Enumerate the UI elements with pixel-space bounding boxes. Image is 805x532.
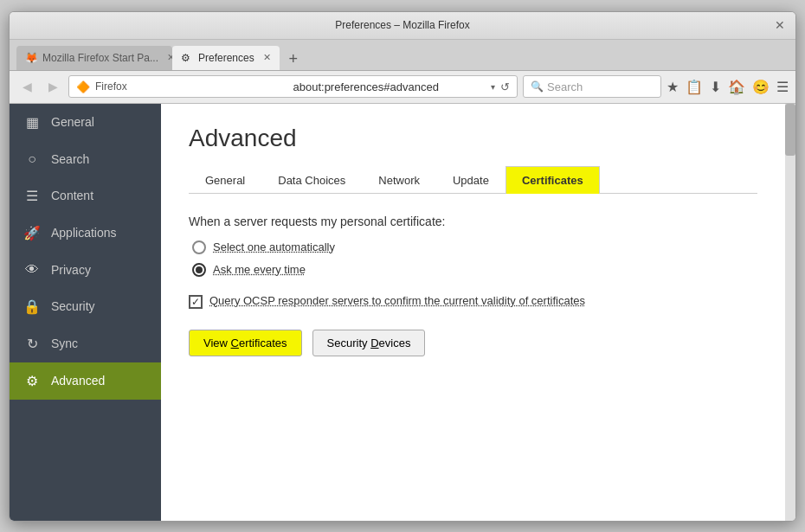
subtab-network[interactable]: Network <box>362 166 436 194</box>
sidebar-item-search[interactable]: ○ Search <box>10 141 161 177</box>
checkmark-icon: ✓ <box>191 297 200 307</box>
search-field[interactable]: 🔍 Search <box>523 75 661 98</box>
sidebar-item-sync-label: Sync <box>51 337 78 350</box>
sidebar-item-advanced-label: Advanced <box>51 374 105 388</box>
content-panel: Advanced General Data Choices Network Up… <box>161 104 785 521</box>
page-title: Advanced <box>189 125 757 152</box>
button-row: View Certificates Security Devices <box>189 330 757 356</box>
main-content: ▦ General ○ Search ☰ Content 🚀 Applicati… <box>10 104 795 521</box>
ocsp-label[interactable]: Query OCSP responder servers to confirm … <box>209 294 585 307</box>
menu-icon[interactable]: ☰ <box>776 79 789 95</box>
sidebar-item-general[interactable]: ▦ General <box>10 104 161 141</box>
privacy-icon: 👁 <box>23 262 41 278</box>
window-close-button[interactable]: ✕ <box>773 18 787 32</box>
title-bar: Preferences – Mozilla Firefox ✕ <box>10 12 795 40</box>
scrollbar-thumb[interactable] <box>785 104 795 156</box>
home-icon[interactable]: 🏠 <box>728 79 745 95</box>
tab-preferences[interactable]: ⚙ Preferences ✕ <box>172 46 280 70</box>
sidebar-item-content[interactable]: ☰ Content <box>10 177 161 215</box>
tab-startpage-label: Mozilla Firefox Start Pa... <box>42 52 158 64</box>
address-field[interactable]: 🔶 Firefox about:preferences#advanced ▾ ↺ <box>68 75 518 98</box>
sidebar-item-sync[interactable]: ↻ Sync <box>10 325 161 362</box>
radio-ask-circle[interactable] <box>192 263 206 277</box>
applications-icon: 🚀 <box>23 225 41 241</box>
sidebar-item-applications[interactable]: 🚀 Applications <box>10 215 161 252</box>
address-bar: ◀ ▶ 🔶 Firefox about:preferences#advanced… <box>10 71 795 104</box>
tab-preferences-close[interactable]: ✕ <box>263 52 271 63</box>
download-icon[interactable]: ⬇ <box>710 79 721 95</box>
subtab-general[interactable]: General <box>189 166 261 194</box>
gear-icon: ⚙ <box>181 52 193 64</box>
sidebar-item-applications-label: Applications <box>51 226 117 240</box>
security-devices-button[interactable]: Security Devices <box>312 330 426 356</box>
scrollbar[interactable] <box>785 104 795 521</box>
advanced-icon: ⚙ <box>23 373 41 389</box>
sidebar-item-privacy[interactable]: 👁 Privacy <box>10 252 161 288</box>
subtab-certificates[interactable]: Certificates <box>506 166 600 194</box>
sidebar-item-search-label: Search <box>51 152 89 166</box>
subtab-datachoices[interactable]: Data Choices <box>261 166 362 194</box>
sidebar: ▦ General ○ Search ☰ Content 🚀 Applicati… <box>10 104 161 521</box>
toolbar-icons: ★ 📋 ⬇ 🏠 😊 ☰ <box>667 79 789 95</box>
search-icon: 🔍 <box>531 80 544 93</box>
address-dropdown-icon[interactable]: ▾ <box>491 82 495 92</box>
search-nav-icon: ○ <box>23 151 41 167</box>
radio-select-auto[interactable]: Select one automatically <box>192 240 757 254</box>
content-icon: ☰ <box>23 188 41 204</box>
account-icon[interactable]: 😊 <box>752 79 770 95</box>
sidebar-item-security-label: Security <box>51 299 95 313</box>
subtab-update[interactable]: Update <box>436 166 506 194</box>
radio-ask-label: Ask me every time <box>213 263 306 276</box>
ocsp-checkbox-row: ✓ Query OCSP responder servers to confir… <box>189 294 757 309</box>
general-icon: ▦ <box>23 114 41 131</box>
sidebar-item-security[interactable]: 🔒 Security <box>10 288 161 325</box>
search-placeholder: Search <box>547 80 583 93</box>
radio-ask-every-time[interactable]: Ask me every time <box>192 263 757 277</box>
forward-button[interactable]: ▶ <box>42 76 63 97</box>
reload-button[interactable]: ↺ <box>500 80 510 93</box>
firefox-logo-icon: 🔶 <box>76 80 90 93</box>
radio-group: Select one automatically Ask me every ti… <box>192 240 757 277</box>
new-tab-button[interactable]: + <box>283 49 304 70</box>
address-label: Firefox <box>95 80 288 93</box>
bookmark-icon[interactable]: ★ <box>667 79 679 95</box>
sidebar-item-advanced[interactable]: ⚙ Advanced <box>10 362 161 400</box>
reader-icon[interactable]: 📋 <box>686 79 703 95</box>
back-button[interactable]: ◀ <box>16 76 37 97</box>
firefox-icon: 🦊 <box>25 52 37 64</box>
address-url: about:preferences#advanced <box>293 80 486 93</box>
radio-auto-circle[interactable] <box>192 240 206 254</box>
certificate-prompt: When a server requests my personal certi… <box>189 215 757 228</box>
sidebar-item-privacy-label: Privacy <box>51 263 91 277</box>
sidebar-item-content-label: Content <box>51 189 93 202</box>
tab-preferences-label: Preferences <box>198 52 254 64</box>
tab-startpage[interactable]: 🦊 Mozilla Firefox Start Pa... ✕ <box>16 46 172 70</box>
sub-tabs: General Data Choices Network Update Cert… <box>189 166 757 194</box>
ocsp-checkbox[interactable]: ✓ <box>189 295 203 309</box>
tab-bar: 🦊 Mozilla Firefox Start Pa... ✕ ⚙ Prefer… <box>10 40 795 71</box>
sidebar-item-general-label: General <box>51 115 94 129</box>
window-title: Preferences – Mozilla Firefox <box>335 19 469 31</box>
view-certificates-button[interactable]: View Certificates <box>189 330 302 356</box>
radio-auto-label: Select one automatically <box>213 240 335 253</box>
browser-window: Preferences – Mozilla Firefox ✕ 🦊 Mozill… <box>9 11 796 522</box>
security-icon: 🔒 <box>23 298 41 315</box>
sync-icon: ↻ <box>23 336 41 352</box>
